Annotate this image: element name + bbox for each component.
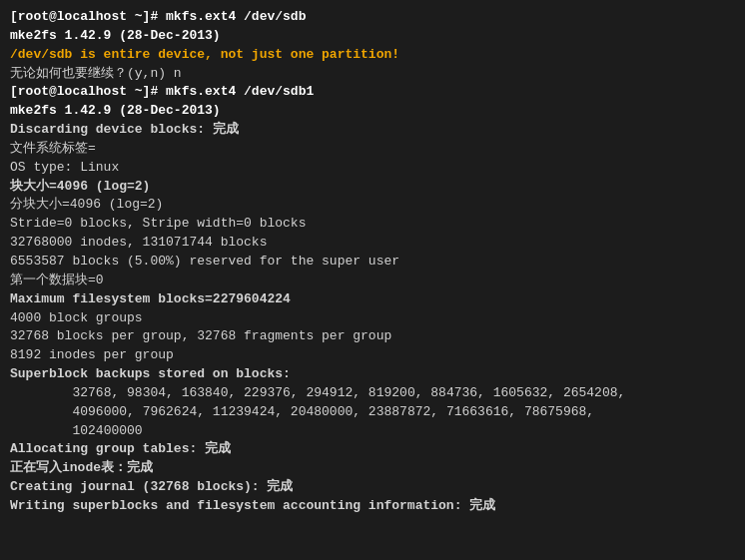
terminal-line: 文件系统标签= <box>10 140 735 159</box>
terminal-line: 102400000 <box>10 422 735 441</box>
prompt-text: [root@localhost ~]# <box>10 84 166 99</box>
terminal-line: mke2fs 1.42.9 (28-Dec-2013) <box>10 27 735 46</box>
bold-text: mke2fs 1.42.9 (28-Dec-2013) <box>10 103 221 118</box>
terminal-line: 32768 blocks per group, 32768 fragments … <box>10 327 735 346</box>
bold-text: mke2fs 1.42.9 (28-Dec-2013) <box>10 28 221 43</box>
terminal-line: 4000 block groups <box>10 309 735 328</box>
terminal-line: 4096000, 7962624, 11239424, 20480000, 23… <box>10 403 735 422</box>
bold-text: Maximum filesystem blocks=2279604224 <box>10 291 291 306</box>
terminal-line: OS type: Linux <box>10 159 735 178</box>
terminal-line: Allocating group tables: 完成 <box>10 440 735 459</box>
terminal-line: 分块大小=4096 (log=2) <box>10 196 735 215</box>
terminal-line: [root@localhost ~]# mkfs.ext4 /dev/sdb <box>10 8 735 27</box>
bold-text: Superblock backups stored on blocks: <box>10 366 291 381</box>
terminal-line: 正在写入inode表：完成 <box>10 459 735 478</box>
bold-text: Writing superblocks and filesystem accou… <box>10 498 495 513</box>
terminal-line: 32768000 inodes, 131071744 blocks <box>10 234 735 253</box>
terminal-line: Discarding device blocks: 完成 <box>10 121 735 140</box>
bold-text: 正在写入inode表：完成 <box>10 460 153 475</box>
terminal-line: Maximum filesystem blocks=2279604224 <box>10 290 735 309</box>
terminal-line: 6553587 blocks (5.00%) reserved for the … <box>10 253 735 272</box>
terminal-line: Writing superblocks and filesystem accou… <box>10 497 735 516</box>
terminal-line: Creating journal (32768 blocks): 完成 <box>10 478 735 497</box>
bold-text: Discarding device blocks: 完成 <box>10 122 239 137</box>
bold-text: Allocating group tables: 完成 <box>10 441 231 456</box>
command-text: mkfs.ext4 /dev/sdb <box>166 9 306 24</box>
terminal-line: 8192 inodes per group <box>10 346 735 365</box>
bold-text: 块大小=4096 (log=2) <box>10 179 150 194</box>
terminal-line: Superblock backups stored on blocks: <box>10 365 735 384</box>
terminal-line: [root@localhost ~]# mkfs.ext4 /dev/sdb1 <box>10 83 735 102</box>
prompt-text: [root@localhost ~]# <box>10 9 166 24</box>
terminal-line: Stride=0 blocks, Stripe width=0 blocks <box>10 215 735 234</box>
bold-text: Creating journal (32768 blocks): 完成 <box>10 479 293 494</box>
terminal-window[interactable]: [root@localhost ~]# mkfs.ext4 /dev/sdbmk… <box>0 0 745 560</box>
terminal-line: 32768, 98304, 163840, 229376, 294912, 81… <box>10 384 735 403</box>
terminal-line: 块大小=4096 (log=2) <box>10 178 735 197</box>
terminal-line: /dev/sdb is entire device, not just one … <box>10 46 735 65</box>
command-text: mkfs.ext4 /dev/sdb1 <box>166 84 314 99</box>
terminal-line: 第一个数据块=0 <box>10 272 735 290</box>
warning-text: /dev/sdb is entire device, not just one … <box>10 47 399 62</box>
terminal-line: mke2fs 1.42.9 (28-Dec-2013) <box>10 102 735 121</box>
terminal-line: 无论如何也要继续？(y,n) n <box>10 65 735 84</box>
